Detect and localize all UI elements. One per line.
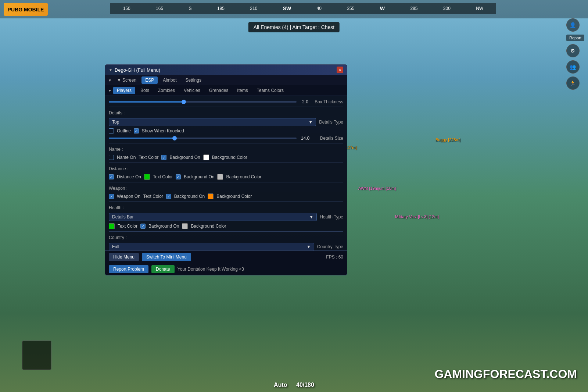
health-type-label: Health Type [320,214,343,220]
tab-esp[interactable]: ESP [141,76,158,84]
country-type-dropdown[interactable]: Full ▼ [109,243,314,250]
tab-settings[interactable]: Settings [182,76,205,84]
details-dropdown-row: Top ▼ Details Type [109,117,343,127]
outline-checkbox[interactable] [109,128,114,133]
close-button[interactable]: × [337,67,343,73]
country-section-label: Country : [109,233,343,242]
panel-footer: Hide Menu Switch To Mini Menu FPS : 60 [105,250,347,263]
weapon-bg-on-label: Background On [174,194,205,199]
outline-label: Outline [117,128,131,133]
run-icon[interactable]: 🏃 [566,76,580,90]
pubg-logo: PUBG MOBILE [4,3,48,16]
country-dropdown-row: Full ▼ Country Type [109,242,343,250]
details-size-slider[interactable] [109,138,297,139]
vest-label: Military Vest [Lv.3] [12m] [395,214,439,219]
health-bg-color-swatch[interactable] [182,223,188,229]
fps-display: FPS : 60 [326,254,343,260]
sep5 [109,202,343,202]
box-thickness-row: 2.0 Box Thickness [109,98,343,106]
distance-on-label: Distance On [117,174,141,179]
name-text-color-label: Text Color [139,155,158,160]
ammo-bar: Auto 40/180 [274,382,314,388]
subtab-players[interactable]: Players [113,87,135,94]
distance-bg-on-checkbox[interactable] [176,174,181,179]
subtab-zombies[interactable]: Zombies [154,87,179,94]
distance-text-color-swatch[interactable] [144,174,150,180]
panel-titlebar: ▼ Dego-GH (Full Menu) × [105,65,347,75]
weapon-text-color-label: Text Color [143,194,163,199]
main-panel: ▼ Dego-GH (Full Menu) × ▼ ▼ Screen ESP A… [105,64,347,275]
distance-text-color-label: Text Color [153,174,173,179]
distance-section-label: Distance : [109,164,343,173]
subtab-items[interactable]: Items [233,87,251,94]
tab-aimbot[interactable]: Aimbot [159,76,180,84]
weapon-on-label: Weapon On [117,194,140,199]
health-bg-on-checkbox[interactable] [140,224,146,229]
show-when-knocked-checkbox[interactable] [134,128,139,133]
subtab-bots[interactable]: Bots [137,87,153,94]
health-dropdown-row: Details Bar ▼ Health Type [109,212,343,222]
weapon-options-row: Weapon On Text Color Background On Backg… [109,192,343,200]
details-size-row: 14.0 Details Size [109,135,343,142]
health-section-label: Health : [109,203,343,212]
donate-button[interactable]: Donate [151,265,175,273]
distance-on-checkbox[interactable] [109,174,114,179]
sep3 [109,163,343,163]
weapon-bg-on-checkbox[interactable] [166,194,171,199]
titlebar-left: ▼ Dego-GH (Full Menu) [109,67,160,73]
report-problem-button[interactable]: Report Problem [109,265,148,273]
subtab-teams-colors[interactable]: Teams Colors [253,87,287,94]
switch-to-mini-menu-button[interactable]: Switch To Mini Menu [142,253,191,261]
details-type-dropdown[interactable]: Top ▼ [109,118,316,126]
details-section-label: Details : [109,108,343,117]
team-icon[interactable]: 👥 [566,60,580,74]
report-hud-button[interactable]: Report [566,35,584,41]
tab-screen[interactable]: ▼ Screen [113,76,140,84]
distance-options-row: Distance On Text Color Background On Bac… [109,173,343,181]
show-when-knocked-label: Show When Knocked [142,128,184,133]
weapon-bg-color-label: Background Color [216,194,252,199]
mini-map [22,341,51,370]
name-on-checkbox[interactable] [109,155,114,160]
details-size-value: 14.0 [299,136,312,141]
sep6 [109,231,343,232]
name-bg-color-label: Background Color [212,155,247,160]
distance-bg-on-label: Background On [184,174,214,179]
sep4 [109,182,343,182]
hide-menu-button[interactable]: Hide Menu [109,253,139,261]
health-bg-color-label: Background Color [191,224,226,229]
health-text-color-label: Text Color [118,224,137,229]
distance-bg-color-swatch[interactable] [217,174,223,180]
name-bg-on-checkbox[interactable] [161,155,166,160]
donate-message: Your Dontaion Keep It Working <3 [178,267,244,272]
country-type-label: Country Type [317,244,343,249]
name-options-row: Name On Text Color Background On Backgro… [109,153,343,161]
health-text-color-swatch[interactable] [109,223,115,229]
subtab-vehicles[interactable]: Vehicles [180,87,204,94]
sep1 [109,107,343,107]
awm-label: AWM [19mjum [18m] [358,186,396,190]
collapse-icon[interactable]: ▼ [109,68,112,72]
compass-bar: 150 165 S 195 210 SW 40 255 W 285 300 NW [110,3,496,14]
panel-title: Dego-GH (Full Menu) [115,67,160,73]
health-type-dropdown[interactable]: Details Bar ▼ [109,213,317,221]
watermark: GAMINGFORECAST.COM [434,367,577,381]
sep2 [109,143,343,143]
health-options-row: Text Color Background On Background Colo… [109,222,343,230]
name-bg-on-label: Background On [169,155,200,160]
health-bg-on-label: Background On [148,224,179,229]
buggy-label: Buggy [228m] [435,138,460,142]
right-hud: 👤 Report ⚙ 👥 🏃 [566,18,584,90]
weapon-on-checkbox[interactable] [109,194,114,199]
name-bg-color-swatch[interactable] [203,154,209,160]
panel-content: 2.0 Box Thickness Details : Top ▼ Detail… [105,96,347,250]
main-tab-row: ▼ ▼ Screen ESP Aimbot Settings [105,75,347,85]
panel-footer2: Report Problem Donate Your Dontaion Keep… [105,263,347,275]
profile-icon[interactable]: 👤 [566,18,580,32]
details-type-label: Details Type [319,120,343,125]
settings-hud-icon[interactable]: ⚙ [566,44,580,57]
subtab-grenades[interactable]: Grenades [205,87,232,94]
box-thickness-slider[interactable] [109,101,297,103]
details-size-label: Details Size [314,136,343,141]
weapon-bg-color-swatch[interactable] [208,193,214,199]
